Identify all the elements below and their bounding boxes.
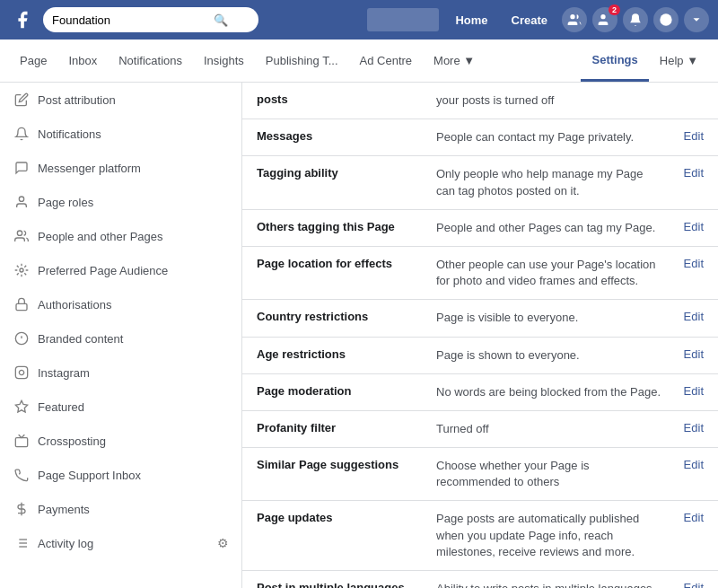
nav-page[interactable]: Page bbox=[9, 41, 57, 80]
setting-action-profanity-filter[interactable]: Edit bbox=[672, 421, 704, 434]
friends-icon-btn[interactable] bbox=[562, 7, 587, 32]
nav-insights[interactable]: Insights bbox=[193, 41, 255, 80]
edit-page-moderation-link[interactable]: Edit bbox=[684, 384, 704, 398]
settings-row-country-restrictions: Country restrictions Page is visible to … bbox=[242, 300, 718, 337]
sidebar-item-payments[interactable]: Payments bbox=[0, 492, 241, 526]
sidebar-label-payments: Payments bbox=[38, 503, 90, 516]
settings-row-page-moderation: Page moderation No words are being block… bbox=[242, 374, 718, 411]
sidebar-item-activity-log[interactable]: Activity log ⚙ bbox=[0, 526, 241, 560]
setting-desc-others-tagging: People and other Pages can tag my Page. bbox=[436, 220, 663, 236]
settings-row-similar-page-suggestions: Similar Page suggestions Choose whether … bbox=[242, 448, 718, 501]
sidebar-item-featured[interactable]: Featured bbox=[0, 390, 241, 424]
setting-action-page-location[interactable]: Edit bbox=[672, 257, 704, 270]
setting-action-messages[interactable]: Edit bbox=[672, 129, 704, 143]
home-button[interactable]: Home bbox=[446, 10, 496, 31]
search-icon: 🔍 bbox=[214, 13, 228, 27]
sidebar-item-notifications[interactable]: Notifications bbox=[0, 117, 241, 151]
settings-row-profanity-filter: Profanity filter Turned off Edit bbox=[242, 411, 718, 448]
edit-page-location-link[interactable]: Edit bbox=[684, 257, 704, 270]
nav-ad-centre[interactable]: Ad Centre bbox=[349, 41, 424, 80]
settings-row-others-tagging: Others tagging this Page People and othe… bbox=[242, 210, 718, 247]
setting-action-page-moderation[interactable]: Edit bbox=[672, 384, 704, 398]
notifications-icon bbox=[13, 125, 31, 143]
topbar-right-actions: Home Create 2 bbox=[446, 7, 709, 32]
sidebar-label-page-roles: Page roles bbox=[38, 196, 93, 209]
create-button[interactable]: Create bbox=[503, 10, 556, 31]
edit-country-restrictions-link[interactable]: Edit bbox=[684, 310, 704, 323]
search-input[interactable] bbox=[52, 13, 214, 27]
setting-action-country-restrictions[interactable]: Edit bbox=[672, 310, 704, 323]
setting-desc-profanity-filter: Turned off bbox=[436, 421, 663, 437]
setting-desc-age-restrictions: Page is shown to everyone. bbox=[436, 347, 663, 364]
notifications-icon-btn[interactable] bbox=[623, 7, 648, 32]
nav-publishing[interactable]: Publishing T... bbox=[255, 41, 349, 80]
edit-similar-page-suggestions-link[interactable]: Edit bbox=[684, 458, 704, 471]
sidebar-label-featured: Featured bbox=[38, 400, 84, 414]
setting-desc-page-location: Other people can use your Page's locatio… bbox=[436, 257, 663, 289]
sidebar-label-post-attribution: Post attribution bbox=[38, 93, 116, 107]
help-icon-btn[interactable] bbox=[653, 7, 679, 32]
nav-help[interactable]: Help ▼ bbox=[649, 41, 709, 80]
sidebar-item-authorisations[interactable]: Authorisations bbox=[0, 287, 241, 321]
sidebar-label-authorisations: Authorisations bbox=[38, 298, 111, 312]
setting-action-age-restrictions[interactable]: Edit bbox=[672, 347, 704, 361]
sidebar-item-page-support-inbox[interactable]: Page Support Inbox bbox=[0, 458, 241, 492]
setting-label-page-location: Page location for effects bbox=[257, 257, 427, 270]
setting-action-similar-page-suggestions[interactable]: Edit bbox=[672, 458, 704, 471]
svg-rect-9 bbox=[16, 303, 27, 310]
setting-label-page-moderation: Page moderation bbox=[257, 384, 427, 398]
settings-row-post-multiple-languages: Post in multiple languages Ability to wr… bbox=[242, 571, 718, 588]
edit-messages-link[interactable]: Edit bbox=[684, 129, 704, 143]
nav-settings[interactable]: Settings bbox=[581, 40, 648, 82]
edit-profanity-filter-link[interactable]: Edit bbox=[684, 421, 704, 434]
settings-row-posts: posts your posts is turned off bbox=[242, 83, 718, 119]
setting-action-page-updates[interactable]: Edit bbox=[672, 511, 704, 524]
edit-age-restrictions-link[interactable]: Edit bbox=[684, 347, 704, 361]
sidebar-label-people-other-pages: People and other Pages bbox=[38, 230, 163, 243]
setting-action-post-multiple-languages[interactable]: Edit bbox=[672, 581, 704, 588]
sidebar-item-crossposting[interactable]: Crossposting bbox=[0, 424, 241, 458]
settings-row-tagging-ability: Tagging ability Only people who help man… bbox=[242, 156, 718, 209]
sidebar-item-people-other-pages[interactable]: People and other Pages bbox=[0, 219, 241, 253]
sidebar-label-notifications: Notifications bbox=[38, 127, 101, 141]
people-icon bbox=[13, 227, 31, 245]
nav-inbox[interactable]: Inbox bbox=[57, 41, 108, 80]
branded-content-icon bbox=[13, 329, 31, 347]
setting-desc-country-restrictions: Page is visible to everyone. bbox=[436, 310, 663, 326]
setting-action-others-tagging[interactable]: Edit bbox=[672, 220, 704, 233]
setting-desc-similar-page-suggestions: Choose whether your Page is recommended … bbox=[436, 458, 663, 490]
nav-more[interactable]: More ▼ bbox=[423, 41, 486, 80]
edit-others-tagging-link[interactable]: Edit bbox=[684, 220, 704, 233]
svg-rect-16 bbox=[15, 438, 27, 447]
activity-log-icon bbox=[13, 534, 31, 552]
setting-action-tagging-ability[interactable]: Edit bbox=[672, 166, 704, 180]
menu-icon-btn[interactable] bbox=[684, 7, 709, 32]
instagram-icon bbox=[13, 364, 31, 382]
setting-label-tagging-ability: Tagging ability bbox=[257, 166, 427, 180]
page-roles-icon bbox=[13, 193, 31, 211]
activity-log-settings-icon[interactable]: ⚙ bbox=[217, 536, 229, 550]
setting-desc-tagging-ability: Only people who help manage my Page can … bbox=[436, 166, 663, 198]
svg-point-8 bbox=[20, 268, 23, 272]
payments-icon bbox=[13, 500, 31, 518]
setting-label-page-updates: Page updates bbox=[257, 511, 427, 524]
sidebar-item-post-attribution[interactable]: Post attribution bbox=[0, 83, 241, 117]
svg-point-1 bbox=[600, 14, 605, 19]
settings-table: posts your posts is turned off Messages … bbox=[242, 83, 718, 588]
sidebar-item-messenger-platform[interactable]: Messenger platform bbox=[0, 151, 241, 185]
featured-icon bbox=[13, 398, 31, 416]
edit-post-multiple-languages-link[interactable]: Edit bbox=[684, 581, 704, 588]
sidebar-item-preferred-page-audience[interactable]: Preferred Page Audience bbox=[0, 253, 241, 287]
messenger-icon bbox=[13, 159, 31, 177]
svg-point-7 bbox=[17, 231, 22, 235]
edit-page-updates-link[interactable]: Edit bbox=[684, 511, 704, 524]
edit-tagging-ability-link[interactable]: Edit bbox=[684, 166, 704, 180]
svg-marker-15 bbox=[15, 400, 27, 412]
topbar-input[interactable] bbox=[367, 8, 439, 31]
sidebar-item-page-roles[interactable]: Page roles bbox=[0, 185, 241, 219]
nav-notifications[interactable]: Notifications bbox=[108, 41, 193, 80]
sidebar-item-branded-content[interactable]: Branded content bbox=[0, 321, 241, 355]
search-bar[interactable]: 🔍 bbox=[43, 7, 258, 32]
friend-requests-icon-btn[interactable]: 2 bbox=[592, 7, 617, 32]
sidebar-item-instagram[interactable]: Instagram bbox=[0, 355, 241, 390]
